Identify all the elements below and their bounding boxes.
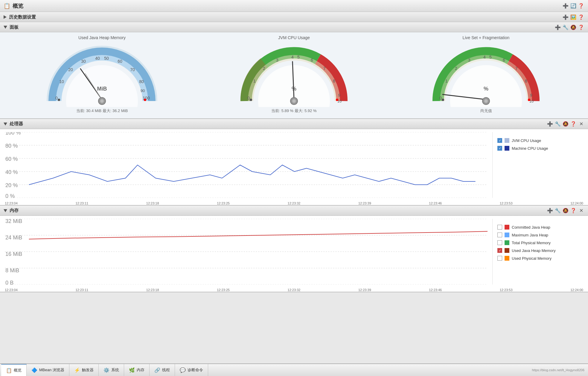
legend-used-physical-color bbox=[505, 256, 509, 261]
panel-collapse-icon bbox=[4, 26, 7, 29]
legend-jvm-cpu-color bbox=[505, 138, 509, 143]
legend-total-physical-label: Total Physical Memory bbox=[512, 241, 551, 245]
processor-chart-body: 100 % 80 % 60 % 40 % 20 % 0 % ✓ JVM CPU … bbox=[0, 129, 588, 201]
legend-item-used-heap: ✓ Used Java Heap Memory bbox=[497, 248, 583, 253]
svg-point-18 bbox=[58, 99, 60, 101]
panel-section-title-area: 面板 bbox=[4, 25, 19, 30]
history-add-btn[interactable]: ➕ bbox=[562, 14, 569, 20]
legend-machine-cpu-checkbox[interactable]: ✓ bbox=[497, 146, 502, 151]
legend-used-heap-checkbox[interactable]: ✓ bbox=[497, 248, 502, 253]
header-title-area: 📋 概览 bbox=[4, 2, 23, 10]
tab-diagnostic-icon: 💬 bbox=[180, 367, 186, 373]
history-edit-btn[interactable]: 🖼️ bbox=[570, 14, 577, 20]
processor-xlabel-3: 12:23:25 bbox=[217, 201, 230, 205]
processor-xlabel-1: 12:23:11 bbox=[75, 201, 88, 205]
svg-text:8: 8 bbox=[333, 79, 335, 83]
memory-section-title-area: 内存 bbox=[4, 208, 19, 213]
top-header: 📋 概览 ➕ 🔄 ❓ bbox=[0, 0, 588, 12]
tab-memory-icon: 🌿 bbox=[129, 367, 135, 373]
tab-mbean-icon: 🔷 bbox=[31, 367, 37, 373]
processor-xlabel-6: 12:23:46 bbox=[429, 201, 442, 205]
tab-diagnostic[interactable]: 💬 诊断命令 bbox=[175, 364, 208, 376]
memory-help-btn[interactable]: ❓ bbox=[570, 207, 577, 214]
gauge-heap-memory: Used Java Heap Memory 0 bbox=[15, 35, 189, 114]
legend-max-heap-label: Maximum Java Heap bbox=[512, 233, 548, 237]
legend-total-physical-checkbox[interactable] bbox=[497, 240, 502, 245]
svg-text:7: 7 bbox=[323, 66, 326, 71]
memory-section-title: 内存 bbox=[10, 208, 19, 213]
memory-close-btn[interactable]: ✕ bbox=[578, 207, 584, 214]
processor-help-btn[interactable]: ❓ bbox=[570, 121, 577, 127]
history-help-btn[interactable]: ❓ bbox=[578, 14, 584, 20]
tab-mbean[interactable]: 🔷 MBean 浏览器 bbox=[27, 364, 69, 376]
legend-max-heap-color bbox=[505, 233, 509, 237]
legend-item-used-physical: Used Physical Memory bbox=[497, 256, 583, 261]
panel-content: Used Java Heap Memory 0 bbox=[0, 32, 588, 119]
svg-text:1: 1 bbox=[253, 79, 256, 83]
svg-text:20 %: 20 % bbox=[5, 182, 18, 188]
processor-x-labels: 12:23:04 12:23:11 12:23:18 12:23:25 12:2… bbox=[0, 201, 588, 205]
memory-settings-btn[interactable]: 🔧 bbox=[555, 207, 561, 214]
tab-thread[interactable]: 🔗 线程 bbox=[150, 364, 175, 376]
svg-point-52 bbox=[484, 99, 488, 103]
processor-xlabel-0: 12:23:04 bbox=[5, 201, 18, 205]
panel-section-header[interactable]: 面板 ➕ 🔧 🔕 ❓ bbox=[0, 22, 588, 32]
memory-xlabel-0: 12:23:04 bbox=[5, 288, 18, 292]
svg-text:60 %: 60 % bbox=[5, 156, 18, 162]
panel-disable-btn[interactable]: 🔕 bbox=[570, 24, 577, 30]
memory-disable-btn[interactable]: 🔕 bbox=[562, 207, 569, 214]
processor-chart-svg: 100 % 80 % 60 % 40 % 20 % 0 % bbox=[5, 132, 488, 198]
processor-settings-btn[interactable]: 🔧 bbox=[555, 121, 561, 127]
processor-close-btn[interactable]: ✕ bbox=[578, 121, 584, 127]
tab-trigger[interactable]: ⚡ 触发器 bbox=[69, 364, 99, 376]
legend-item-committed-heap: Committed Java Heap bbox=[497, 225, 583, 230]
panel-help-btn[interactable]: ❓ bbox=[578, 24, 584, 30]
tab-memory[interactable]: 🌿 内存 bbox=[124, 364, 150, 376]
legend-jvm-cpu-checkbox[interactable]: ✓ bbox=[497, 138, 502, 143]
panel-add-btn[interactable]: ➕ bbox=[555, 24, 561, 30]
processor-section-header[interactable]: 处理器 ➕ 🔧 🔕 ❓ ✕ bbox=[0, 119, 588, 129]
tab-system[interactable]: ⚙️ 系统 bbox=[99, 364, 124, 376]
svg-text:80 %: 80 % bbox=[5, 143, 18, 149]
legend-max-heap-checkbox[interactable] bbox=[497, 233, 502, 237]
page-title: 概览 bbox=[13, 2, 23, 10]
svg-point-54 bbox=[442, 99, 444, 101]
memory-chart-area: 32 MiB 24 MiB 16 MiB 8 MiB 0 B bbox=[0, 219, 492, 285]
memory-section-header[interactable]: 内存 ➕ 🔧 🔕 ❓ ✕ bbox=[0, 206, 588, 216]
refresh-button[interactable]: 🔄 bbox=[570, 3, 577, 9]
legend-used-physical-checkbox[interactable] bbox=[497, 256, 502, 261]
memory-collapse-icon bbox=[4, 209, 7, 212]
memory-xlabel-6: 12:23:46 bbox=[429, 288, 442, 292]
header-icon: 📋 bbox=[4, 3, 10, 9]
svg-text:30: 30 bbox=[81, 59, 86, 64]
svg-text:32 MiB: 32 MiB bbox=[5, 219, 22, 224]
help-button[interactable]: ❓ bbox=[578, 3, 584, 9]
memory-chart-body: 32 MiB 24 MiB 16 MiB 8 MiB 0 B Committed… bbox=[0, 216, 588, 288]
memory-section: 内存 ➕ 🔧 🔕 ❓ ✕ 32 MiB 24 MiB 16 MiB 8 MiB bbox=[0, 206, 588, 292]
tab-trigger-icon: ⚡ bbox=[74, 367, 80, 373]
svg-text:3: 3 bbox=[468, 58, 470, 62]
memory-chart-svg: 32 MiB 24 MiB 16 MiB 8 MiB 0 B bbox=[5, 219, 488, 285]
legend-committed-heap-checkbox[interactable] bbox=[497, 225, 502, 230]
memory-add-btn[interactable]: ➕ bbox=[547, 207, 553, 214]
memory-x-labels: 12:23:04 12:23:11 12:23:18 12:23:25 12:2… bbox=[0, 288, 588, 292]
tab-diagnostic-label: 诊断命令 bbox=[188, 367, 203, 373]
header-actions: ➕ 🔄 ❓ bbox=[562, 3, 584, 9]
svg-text:60: 60 bbox=[118, 59, 122, 64]
processor-xlabel-5: 12:23:39 bbox=[358, 201, 371, 205]
svg-text:80: 80 bbox=[139, 79, 144, 84]
processor-add-btn[interactable]: ➕ bbox=[547, 121, 553, 127]
tab-overview[interactable]: 📋 概览 bbox=[1, 364, 27, 376]
gauge2-subtitle: 当前: 5.89 % 最大: 5.92 % bbox=[271, 108, 316, 114]
processor-xlabel-4: 12:23:32 bbox=[288, 201, 301, 205]
processor-disable-btn[interactable]: 🔕 bbox=[562, 121, 569, 127]
processor-section: 处理器 ➕ 🔧 🔕 ❓ ✕ 100 % 80 % 60 % 4 bbox=[0, 119, 588, 206]
tab-trigger-label: 触发器 bbox=[82, 367, 94, 373]
svg-point-34 bbox=[292, 99, 296, 103]
svg-text:6: 6 bbox=[503, 58, 505, 62]
panel-settings-btn[interactable]: 🔧 bbox=[562, 24, 569, 30]
add-button[interactable]: ➕ bbox=[562, 3, 569, 9]
svg-text:9: 9 bbox=[338, 93, 340, 97]
history-section-header[interactable]: 历史数据设置 ➕ 🖼️ ❓ bbox=[0, 12, 588, 22]
memory-xlabel-8: 12:24:00 bbox=[570, 288, 583, 292]
